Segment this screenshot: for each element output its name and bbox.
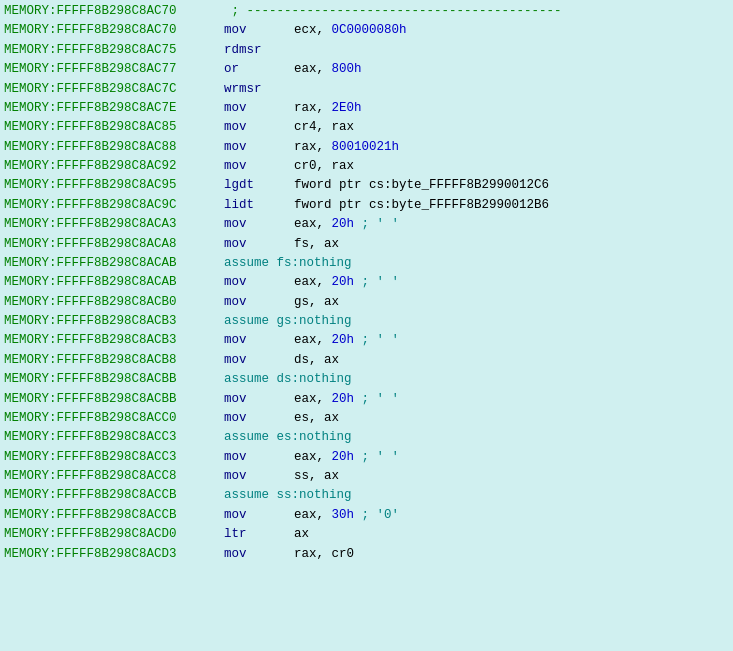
operand: rax, 80010021h xyxy=(294,138,399,157)
hex-value: 30h xyxy=(332,508,355,522)
code-line: MEMORY:FFFFF8B298C8AC7Cwrmsr xyxy=(4,80,729,99)
operand: rax, 2E0h xyxy=(294,99,362,118)
code-line: MEMORY:FFFFF8B298C8AC70 ; --------------… xyxy=(4,2,729,21)
operand: cr0, rax xyxy=(294,157,354,176)
address: MEMORY:FFFFF8B298C8AC70 xyxy=(4,21,224,40)
code-line: MEMORY:FFFFF8B298C8ACB3assume gs:nothing xyxy=(4,312,729,331)
mnemonic: mov xyxy=(224,21,294,40)
code-line: MEMORY:FFFFF8B298C8AC77or eax, 800h xyxy=(4,60,729,79)
mnemonic: mov xyxy=(224,351,294,370)
comment: ; ' ' xyxy=(354,275,399,289)
address: MEMORY:FFFFF8B298C8ACB3 xyxy=(4,312,224,331)
mnemonic: mov xyxy=(224,118,294,137)
code-line: MEMORY:FFFFF8B298C8ACCBmov eax, 30h ; '0… xyxy=(4,506,729,525)
address: MEMORY:FFFFF8B298C8ACBB xyxy=(4,370,224,389)
hex-value: 20h xyxy=(332,333,355,347)
address: MEMORY:FFFFF8B298C8ACAB xyxy=(4,254,224,273)
address: MEMORY:FFFFF8B298C8AC77 xyxy=(4,60,224,79)
code-line: MEMORY:FFFFF8B298C8AC85mov cr4, rax xyxy=(4,118,729,137)
code-line: MEMORY:FFFFF8B298C8ACBBmov eax, 20h ; ' … xyxy=(4,390,729,409)
mnemonic: mov xyxy=(224,293,294,312)
address: MEMORY:FFFFF8B298C8ACB3 xyxy=(4,331,224,350)
code-line: MEMORY:FFFFF8B298C8ACABmov eax, 20h ; ' … xyxy=(4,273,729,292)
code-line: MEMORY:FFFFF8B298C8ACD0ltr ax xyxy=(4,525,729,544)
operand: ss, ax xyxy=(294,467,339,486)
operand: fword ptr cs:byte_FFFFF8B2990012C6 xyxy=(294,176,549,195)
hex-value: 80010021h xyxy=(332,140,400,154)
operand: cr4, rax xyxy=(294,118,354,137)
mnemonic: mov xyxy=(224,138,294,157)
mnemonic: mov xyxy=(224,99,294,118)
code-line: MEMORY:FFFFF8B298C8ACC0mov es, ax xyxy=(4,409,729,428)
comment: ; ' ' xyxy=(354,333,399,347)
code-line: MEMORY:FFFFF8B298C8ACB8mov ds, ax xyxy=(4,351,729,370)
assume-keyword: assume fs:nothing xyxy=(224,254,352,273)
hex-value: 0C0000080h xyxy=(332,23,407,37)
mnemonic: mov xyxy=(224,331,294,350)
address: MEMORY:FFFFF8B298C8AC92 xyxy=(4,157,224,176)
operand: rax, cr0 xyxy=(294,545,354,564)
assume-keyword: assume ds:nothing xyxy=(224,370,352,389)
hex-value: 20h xyxy=(332,450,355,464)
mnemonic: mov xyxy=(224,157,294,176)
address: MEMORY:FFFFF8B298C8ACA8 xyxy=(4,235,224,254)
code-line: MEMORY:FFFFF8B298C8ACCBassume ss:nothing xyxy=(4,486,729,505)
comment: ; ' ' xyxy=(354,450,399,464)
code-line: MEMORY:FFFFF8B298C8ACD3mov rax, cr0 xyxy=(4,545,729,564)
hex-value: 20h xyxy=(332,392,355,406)
code-line: MEMORY:FFFFF8B298C8ACABassume fs:nothing xyxy=(4,254,729,273)
address: MEMORY:FFFFF8B298C8ACD3 xyxy=(4,545,224,564)
address: MEMORY:FFFFF8B298C8AC85 xyxy=(4,118,224,137)
code-line: MEMORY:FFFFF8B298C8ACC3mov eax, 20h ; ' … xyxy=(4,448,729,467)
address: MEMORY:FFFFF8B298C8ACD0 xyxy=(4,525,224,544)
operand: eax, 20h ; ' ' xyxy=(294,273,399,292)
operand: gs, ax xyxy=(294,293,339,312)
code-line: MEMORY:FFFFF8B298C8AC9Clidt fword ptr cs… xyxy=(4,196,729,215)
separator-comment: ; --------------------------------------… xyxy=(224,2,562,21)
address: MEMORY:FFFFF8B298C8AC95 xyxy=(4,176,224,195)
code-line: MEMORY:FFFFF8B298C8ACA3mov eax, 20h ; ' … xyxy=(4,215,729,234)
operand: ecx, 0C0000080h xyxy=(294,21,407,40)
address: MEMORY:FFFFF8B298C8ACA3 xyxy=(4,215,224,234)
code-line: MEMORY:FFFFF8B298C8ACB0mov gs, ax xyxy=(4,293,729,312)
code-line: MEMORY:FFFFF8B298C8AC92mov cr0, rax xyxy=(4,157,729,176)
assume-keyword: assume gs:nothing xyxy=(224,312,352,331)
operand: ax xyxy=(294,525,309,544)
code-view: MEMORY:FFFFF8B298C8AC70 ; --------------… xyxy=(0,0,733,651)
hex-value: 20h xyxy=(332,217,355,231)
code-line: MEMORY:FFFFF8B298C8ACC8mov ss, ax xyxy=(4,467,729,486)
address: MEMORY:FFFFF8B298C8ACAB xyxy=(4,273,224,292)
mnemonic: mov xyxy=(224,506,294,525)
operand: eax, 800h xyxy=(294,60,362,79)
code-line: MEMORY:FFFFF8B298C8ACA8mov fs, ax xyxy=(4,235,729,254)
mnemonic: mov xyxy=(224,409,294,428)
address: MEMORY:FFFFF8B298C8AC70 xyxy=(4,2,224,21)
operand: fs, ax xyxy=(294,235,339,254)
mnemonic: mov xyxy=(224,390,294,409)
assume-keyword: assume es:nothing xyxy=(224,428,352,447)
mnemonic: ltr xyxy=(224,525,294,544)
address: MEMORY:FFFFF8B298C8ACC3 xyxy=(4,428,224,447)
address: MEMORY:FFFFF8B298C8ACC3 xyxy=(4,448,224,467)
address: MEMORY:FFFFF8B298C8ACC8 xyxy=(4,467,224,486)
mnemonic: lidt xyxy=(224,196,294,215)
operand: ds, ax xyxy=(294,351,339,370)
operand: eax, 20h ; ' ' xyxy=(294,448,399,467)
code-line: MEMORY:FFFFF8B298C8AC70mov ecx, 0C000008… xyxy=(4,21,729,40)
address: MEMORY:FFFFF8B298C8AC88 xyxy=(4,138,224,157)
address: MEMORY:FFFFF8B298C8ACCB xyxy=(4,506,224,525)
operand: fword ptr cs:byte_FFFFF8B2990012B6 xyxy=(294,196,549,215)
operand: es, ax xyxy=(294,409,339,428)
address: MEMORY:FFFFF8B298C8AC9C xyxy=(4,196,224,215)
mnemonic: mov xyxy=(224,448,294,467)
comment: ; ' ' xyxy=(354,217,399,231)
comment: ; '0' xyxy=(354,508,399,522)
address: MEMORY:FFFFF8B298C8ACCB xyxy=(4,486,224,505)
hex-value: 2E0h xyxy=(332,101,362,115)
code-line: MEMORY:FFFFF8B298C8ACBBassume ds:nothing xyxy=(4,370,729,389)
address: MEMORY:FFFFF8B298C8ACB0 xyxy=(4,293,224,312)
code-line: MEMORY:FFFFF8B298C8ACB3mov eax, 20h ; ' … xyxy=(4,331,729,350)
mnemonic: mov xyxy=(224,215,294,234)
mnemonic: mov xyxy=(224,235,294,254)
mnemonic: mov xyxy=(224,273,294,292)
